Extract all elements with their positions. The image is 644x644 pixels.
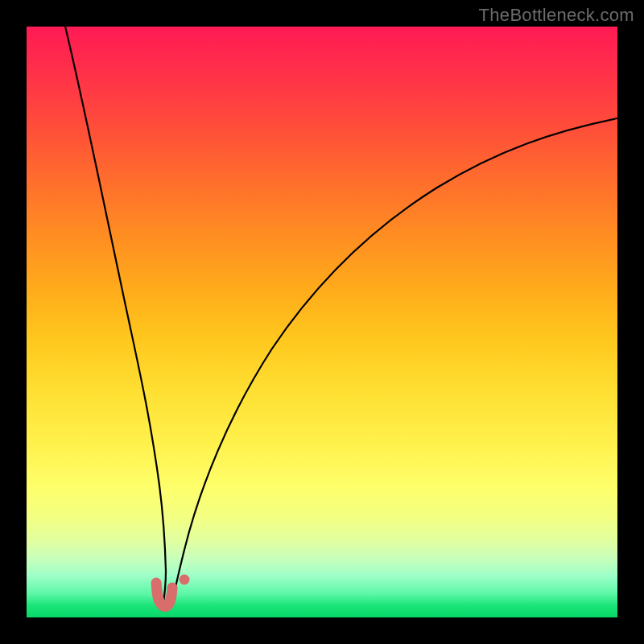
- curves-svg: [27, 27, 617, 617]
- outer-frame: TheBottleneck.com: [0, 0, 644, 644]
- highlight-dot: [180, 575, 190, 585]
- curve-right: [171, 118, 617, 608]
- attribution-label: TheBottleneck.com: [479, 5, 634, 26]
- plot-area: [27, 27, 617, 617]
- curve-left: [65, 27, 166, 609]
